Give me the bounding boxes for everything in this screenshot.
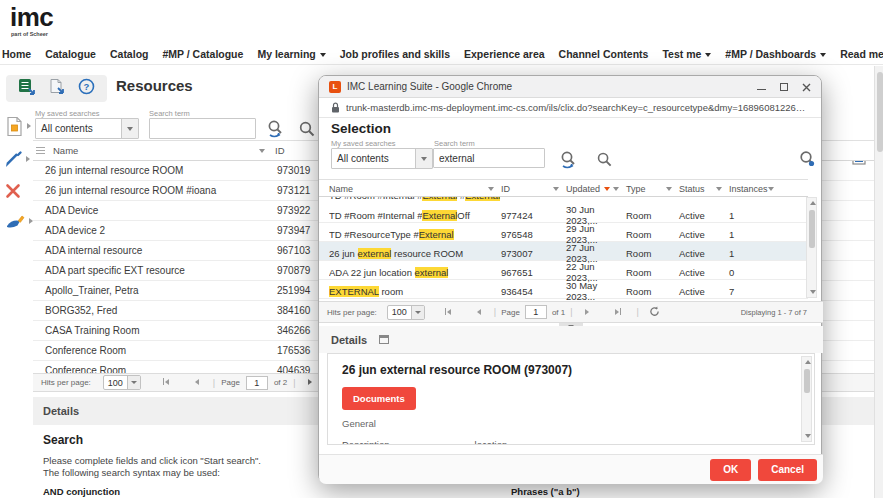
table-row[interactable]: TD #Room #Internal #ExternalOff97742430 …: [319, 204, 808, 223]
ok-button[interactable]: OK: [710, 459, 751, 481]
svg-text:?: ?: [84, 81, 90, 92]
details-section-header[interactable]: Details: [319, 326, 823, 353]
application-root: imc part of Scheer HomeCatalogueCatalog#…: [0, 0, 883, 498]
search-profile-icon[interactable]: [559, 150, 579, 174]
page-label: Page: [221, 378, 240, 387]
next-page-button[interactable]: [585, 308, 589, 317]
scroll-down-icon[interactable]: [805, 434, 811, 438]
table-row[interactable]: TD #ResourceType #External97654829 Jun 2…: [319, 223, 808, 242]
row-name-cell: 26 jun internal resource ROOM #ioana: [33, 185, 277, 196]
filter-caret-icon[interactable]: [716, 187, 722, 191]
search-term-input[interactable]: [149, 118, 256, 139]
table-row[interactable]: ADA 22 jun location external96765122 Jun…: [319, 261, 808, 280]
column-header-id[interactable]: ID: [501, 180, 566, 198]
nav-item[interactable]: Catalog: [110, 48, 149, 60]
saved-searches-value: All contents: [36, 123, 121, 134]
scrollbar-thumb[interactable]: [877, 72, 883, 152]
nav-item[interactable]: #MP / Catalogue: [162, 48, 243, 60]
popup-title: Selection: [331, 121, 391, 136]
prev-page-button[interactable]: [477, 308, 481, 317]
nav-item[interactable]: Job profiles and skills: [340, 48, 450, 60]
column-header-type[interactable]: Type: [626, 180, 679, 198]
row-cell: Active: [679, 229, 729, 240]
nav-item[interactable]: Read me: [840, 48, 883, 60]
details-scrollbar[interactable]: [801, 356, 812, 442]
filter-caret-icon[interactable]: [768, 187, 774, 191]
sign-button[interactable]: [5, 209, 35, 233]
search-term-input[interactable]: [433, 148, 545, 168]
row-cell: Room: [626, 248, 679, 259]
window-restore-icon[interactable]: [379, 335, 389, 344]
documents-button[interactable]: Documents: [342, 387, 416, 410]
column-header-label: ID: [501, 184, 510, 194]
nav-item[interactable]: Catalogue: [45, 48, 96, 60]
first-page-button[interactable]: [445, 308, 451, 317]
nav-item[interactable]: My learning: [257, 48, 325, 60]
nav-item[interactable]: Channel Contents: [559, 48, 649, 60]
next-page-button[interactable]: [308, 378, 312, 387]
hits-per-page-select[interactable]: 100: [387, 305, 425, 320]
sort-desc-icon[interactable]: [604, 187, 610, 191]
table-row[interactable]: EXTERNAL room93645430 May 2023...RoomAct…: [319, 280, 808, 299]
popup-titlebar[interactable]: L IMC Learning Suite - Google Chrome: [319, 76, 821, 98]
first-page-button[interactable]: [163, 378, 169, 387]
chevron-down-icon[interactable]: [415, 149, 432, 168]
general-section-label[interactable]: General: [342, 418, 376, 429]
nav-item[interactable]: #MP / Dashboards: [725, 48, 826, 60]
page-number-input[interactable]: [525, 305, 547, 319]
filter-caret-icon[interactable]: [553, 187, 559, 191]
search-settings-icon[interactable]: [798, 150, 817, 173]
new-item-button[interactable]: [5, 114, 35, 138]
filter-caret-icon[interactable]: [613, 187, 619, 191]
help-icon[interactable]: ?: [78, 78, 95, 99]
maximize-icon[interactable]: [780, 83, 788, 91]
column-header-instances[interactable]: Instances: [729, 180, 779, 198]
drag-handle-icon[interactable]: [36, 147, 45, 154]
scrollbar-thumb[interactable]: [809, 210, 815, 248]
column-header-status[interactable]: Status: [679, 180, 729, 198]
hits-per-page-select[interactable]: 100: [103, 375, 141, 390]
column-header-id[interactable]: ID: [275, 145, 285, 156]
popup-urlbar[interactable]: trunk-masterdb.imc-ms-deployment.imc-cs.…: [319, 98, 821, 118]
chevron-down-icon[interactable]: [121, 119, 138, 138]
report-export-icon[interactable]: [48, 78, 66, 100]
delete-button[interactable]: [5, 179, 35, 203]
nav-item[interactable]: Home: [2, 48, 31, 60]
saved-searches-select[interactable]: All contents: [35, 118, 139, 139]
page-scrollbar[interactable]: [874, 66, 883, 498]
scroll-down-icon[interactable]: [810, 290, 816, 294]
row-cell: 936454: [501, 286, 566, 297]
table-scrollbar[interactable]: [806, 197, 817, 298]
filter-caret-icon[interactable]: [488, 187, 494, 191]
start-search-icon[interactable]: [298, 120, 316, 142]
edit-button[interactable]: [5, 147, 35, 171]
row-cell: 1: [729, 210, 779, 221]
last-page-button[interactable]: [615, 308, 621, 317]
start-search-icon[interactable]: [596, 151, 613, 172]
table-row[interactable]: TD #Room #Internal #External #External .…: [319, 197, 808, 204]
table-row[interactable]: 26 jun external resource ROOM97300727 Ju…: [319, 242, 808, 261]
popup-table-clipped-row[interactable]: TD #Room #Internal #External #External .…: [319, 197, 808, 204]
filter-caret-icon[interactable]: [666, 187, 672, 191]
minimize-icon[interactable]: [757, 84, 766, 90]
scroll-up-icon[interactable]: [805, 360, 811, 364]
scrollbar-thumb[interactable]: [804, 369, 810, 393]
column-header-name[interactable]: Name: [33, 145, 275, 156]
column-header-name[interactable]: Name: [329, 180, 501, 198]
close-icon[interactable]: [802, 78, 811, 96]
excel-export-icon[interactable]: [18, 78, 37, 100]
scroll-up-icon[interactable]: [810, 201, 816, 205]
refresh-icon[interactable]: [649, 306, 660, 319]
filter-caret-icon[interactable]: [259, 149, 265, 153]
popup-footer: OK Cancel: [319, 454, 823, 484]
prev-page-button[interactable]: [195, 378, 199, 387]
search-term-label: Search term: [149, 109, 190, 118]
imc-logo[interactable]: imc: [10, 4, 53, 30]
cancel-button[interactable]: Cancel: [758, 459, 817, 481]
row-name-cell: ADA device 2: [33, 225, 277, 236]
nav-item[interactable]: Test me: [662, 48, 711, 60]
page-number-input[interactable]: [246, 376, 268, 390]
saved-searches-select[interactable]: All contents: [331, 148, 433, 169]
column-header-updated[interactable]: Updated: [566, 180, 626, 198]
nav-item[interactable]: Experience area: [464, 48, 545, 60]
